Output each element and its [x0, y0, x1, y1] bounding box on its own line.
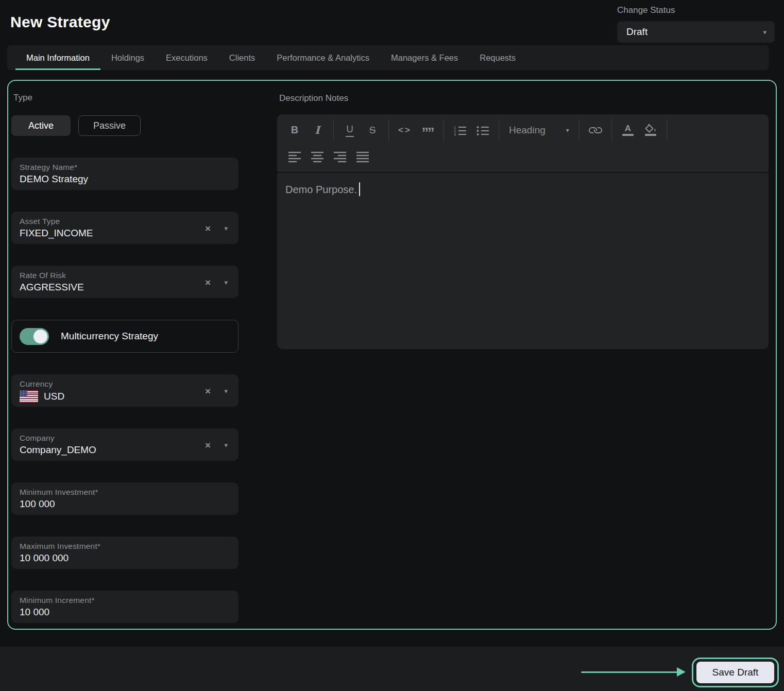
highlight-color-icon[interactable] [639, 120, 662, 141]
currency-select[interactable]: Currency USD × ▾ [11, 374, 238, 407]
toolbar-divider [388, 119, 389, 142]
minimum-increment-field[interactable]: Minimum Increment* 10 000 [11, 591, 238, 623]
strikethrough-icon[interactable]: S [361, 120, 384, 141]
save-draft-highlight-ring: Save Draft [692, 658, 779, 687]
toolbar-divider [333, 119, 334, 142]
underline-icon[interactable]: U [338, 120, 361, 141]
toolbar-divider [579, 119, 580, 142]
field-label: Asset Type [20, 217, 230, 226]
tab-holdings[interactable]: Holdings [100, 45, 155, 70]
description-text-area[interactable]: Demo Purpose. [277, 173, 769, 349]
svg-text:3: 3 [454, 132, 456, 136]
page-title: New Strategy [10, 13, 110, 31]
toggle-knob [33, 330, 47, 343]
maximum-investment-field[interactable]: Maximum Investment* 10 000 000 [11, 537, 238, 569]
change-status-group: Change Status Draft ▾ [617, 5, 775, 43]
form-left-column: Type Active Passive Strategy Name* DEMO … [11, 81, 238, 623]
field-value: DEMO Strategy [20, 174, 230, 185]
footer-bar [0, 647, 784, 691]
clear-icon[interactable]: × [205, 440, 211, 450]
type-active-button[interactable]: Active [11, 115, 71, 136]
type-passive-button[interactable]: Passive [78, 115, 141, 136]
field-value: 10 000 000 [20, 552, 230, 564]
blockquote-icon[interactable]: ”” [416, 120, 439, 141]
tab-performance-analytics[interactable]: Performance & Analytics [266, 45, 380, 70]
tab-main-information[interactable]: Main Information [15, 45, 100, 70]
toolbar-divider [667, 119, 667, 142]
annotation-arrow-head [677, 667, 686, 677]
toolbar-divider [444, 119, 444, 142]
field-value: AGGRESSIVE [20, 282, 230, 293]
change-status-label: Change Status [617, 5, 775, 15]
strategy-name-field[interactable]: Strategy Name* DEMO Strategy [11, 158, 238, 190]
chevron-down-icon[interactable]: ▾ [224, 279, 228, 285]
chevron-down-icon: ▾ [763, 29, 766, 36]
annotation-arrow-line [581, 671, 678, 673]
field-label: Minimum Increment* [20, 596, 230, 605]
rate-of-risk-select[interactable]: Rate Of Risk AGGRESSIVE × ▾ [11, 266, 238, 298]
company-select[interactable]: Company Company_DEMO × ▾ [11, 428, 238, 461]
chevron-down-icon[interactable]: ▾ [224, 224, 228, 231]
heading-dropdown[interactable]: Heading ▾ [504, 120, 574, 141]
us-flag-icon [20, 390, 38, 403]
bullet-list-icon[interactable] [471, 120, 494, 141]
align-right-icon[interactable] [329, 146, 351, 167]
description-editor: Description Notes B I U S <> ”” 1 2 3 [277, 81, 769, 349]
toolbar-divider [611, 119, 612, 142]
field-value: 100 000 [20, 498, 230, 510]
tab-requests[interactable]: Requests [469, 45, 526, 70]
align-center-icon[interactable] [306, 146, 329, 167]
italic-icon[interactable]: I [306, 120, 329, 141]
toggle-label: Multicurrency Strategy [61, 331, 158, 342]
clear-icon[interactable]: × [205, 223, 211, 233]
bold-icon[interactable]: B [283, 120, 306, 141]
field-value: USD [44, 391, 64, 402]
type-segmented-control: Active Passive [11, 115, 238, 136]
field-value: 10 000 [20, 607, 230, 618]
ordered-list-icon[interactable]: 1 2 3 [449, 120, 471, 141]
align-justify-icon[interactable] [351, 146, 374, 167]
toolbar-divider [499, 119, 499, 142]
asset-type-select[interactable]: Asset Type FIXED_INCOME × ▾ [11, 212, 238, 244]
minimum-investment-field[interactable]: Minimum Investment* 100 000 [11, 482, 238, 515]
field-label: Strategy Name* [20, 163, 230, 172]
description-notes-label: Description Notes [279, 93, 769, 103]
field-label: Maximum Investment* [20, 542, 230, 551]
chevron-down-icon[interactable]: ▾ [224, 387, 228, 394]
field-value: Company_DEMO [20, 444, 230, 456]
chevron-down-icon[interactable]: ▾ [224, 441, 228, 448]
link-icon[interactable] [584, 120, 607, 141]
code-icon[interactable]: <> [394, 120, 416, 141]
field-label: Minimum Investment* [20, 488, 230, 497]
align-left-icon[interactable] [283, 146, 306, 167]
tab-executions[interactable]: Executions [155, 45, 218, 70]
field-label: Company [20, 434, 230, 443]
main-information-panel: Type Active Passive Strategy Name* DEMO … [7, 80, 777, 630]
field-value: FIXED_INCOME [20, 228, 230, 239]
change-status-dropdown[interactable]: Draft ▾ [617, 21, 775, 43]
save-draft-button[interactable]: Save Draft [696, 662, 774, 683]
type-label: Type [13, 93, 238, 103]
tab-clients[interactable]: Clients [218, 45, 266, 70]
toggle-switch-on[interactable] [20, 328, 49, 345]
field-label: Rate Of Risk [20, 271, 230, 280]
multicurrency-toggle-row[interactable]: Multicurrency Strategy [11, 320, 238, 353]
clear-icon[interactable]: × [205, 277, 211, 287]
change-status-value: Draft [626, 26, 647, 38]
chevron-down-icon: ▾ [566, 127, 569, 133]
clear-icon[interactable]: × [205, 386, 211, 395]
tab-managers-fees[interactable]: Managers & Fees [380, 45, 469, 70]
text-color-icon[interactable]: A [617, 120, 639, 141]
field-label: Currency [20, 379, 230, 389]
description-text: Demo Purpose. [285, 184, 357, 195]
tab-bar: Main Information Holdings Executions Cli… [7, 45, 769, 70]
text-cursor [359, 182, 361, 196]
heading-label: Heading [509, 125, 546, 136]
rich-text-toolbar: B I U S <> ”” 1 2 3 [277, 114, 769, 172]
